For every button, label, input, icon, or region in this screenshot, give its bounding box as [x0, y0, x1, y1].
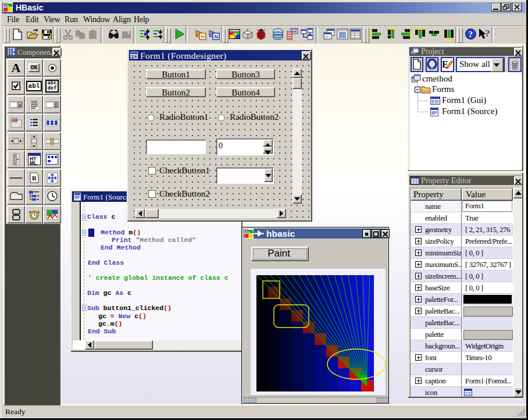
- svg-text:N: N: [215, 34, 219, 40]
- svg-text:a: a: [18, 102, 21, 108]
- svg-text:?: ?: [233, 33, 237, 39]
- svg-text:ML: ML: [30, 160, 37, 165]
- svg-text:R: R: [32, 175, 37, 181]
- svg-text:Ab: Ab: [12, 118, 17, 122]
- svg-text:?: ?: [469, 30, 473, 39]
- svg-text:?: ?: [485, 28, 490, 39]
- svg-text:H: H: [201, 34, 205, 40]
